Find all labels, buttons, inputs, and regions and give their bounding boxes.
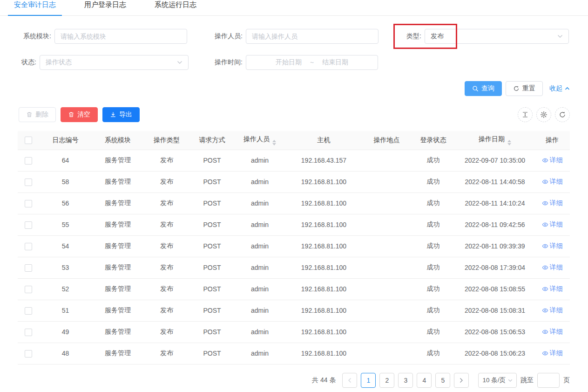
- cell-location: [362, 278, 411, 300]
- type-select[interactable]: 发布: [425, 29, 569, 44]
- jump-to-input[interactable]: [537, 373, 560, 388]
- cell-method: POST: [190, 300, 234, 321]
- page-button-3[interactable]: 3: [398, 373, 413, 388]
- date-range-picker[interactable]: 开始日期 ~ 结束日期: [246, 55, 378, 70]
- delete-button[interactable]: 删除: [19, 107, 56, 122]
- column-header: 操作类型: [143, 131, 190, 150]
- cell-module: 服务管理: [92, 193, 143, 214]
- cell-log-id: 58: [39, 171, 92, 193]
- page-button-1[interactable]: 1: [361, 373, 376, 388]
- filter-system-module: 系统模块:: [19, 29, 187, 44]
- refresh-icon[interactable]: [555, 107, 570, 122]
- page-size-select[interactable]: 10 条/页: [478, 373, 517, 388]
- cell-module: 服务管理: [92, 235, 143, 257]
- row-checkbox[interactable]: [25, 264, 32, 272]
- sort-icon[interactable]: [507, 140, 511, 145]
- trash-icon: [68, 111, 74, 118]
- type-select-value: 发布: [431, 32, 557, 41]
- column-header[interactable]: 操作日期: [455, 131, 534, 150]
- status-select[interactable]: 操作状态: [40, 55, 189, 70]
- row-checkbox[interactable]: [25, 350, 32, 358]
- eye-icon: [542, 221, 548, 228]
- detail-link-label: 详细: [550, 285, 563, 293]
- cell-host: 192.168.81.100: [285, 300, 362, 321]
- detail-link[interactable]: 详细: [542, 349, 563, 358]
- column-header: 请求方式: [190, 131, 234, 150]
- eye-icon: [542, 243, 548, 249]
- line-height-icon[interactable]: [518, 107, 533, 122]
- detail-link[interactable]: 详细: [542, 263, 563, 272]
- row-checkbox[interactable]: [25, 221, 32, 229]
- detail-link[interactable]: 详细: [542, 328, 563, 336]
- row-checkbox[interactable]: [25, 179, 32, 186]
- cell-module: 服务管理: [92, 278, 143, 300]
- chevron-down-icon: [508, 379, 513, 382]
- table-row: 56服务管理发布POSTadmin192.168.81.100成功2022-08…: [18, 193, 570, 214]
- settings-icon[interactable]: [536, 107, 551, 122]
- page-button-4[interactable]: 4: [417, 373, 432, 388]
- next-page-button[interactable]: [454, 373, 469, 388]
- export-button[interactable]: 导出: [102, 107, 140, 122]
- column-header: 主机: [285, 131, 362, 150]
- tab-user-login-log[interactable]: 用户登录日志: [78, 0, 132, 15]
- cell-log-id: 51: [39, 300, 92, 321]
- status-label: 状态:: [19, 58, 36, 67]
- cell-log-id: 55: [39, 214, 92, 235]
- detail-link[interactable]: 详细: [542, 156, 563, 165]
- cell-method: POST: [190, 171, 234, 193]
- page-button-2[interactable]: 2: [379, 373, 394, 388]
- row-checkbox[interactable]: [25, 243, 32, 250]
- filter-operation-time: 操作时间: 开始日期 ~ 结束日期: [214, 55, 378, 70]
- search-button[interactable]: 查询: [465, 81, 502, 96]
- detail-link[interactable]: 详细: [542, 242, 563, 250]
- cell-status: 成功: [411, 193, 455, 214]
- cell-host: 192.168.81.100: [285, 235, 362, 257]
- search-icon: [472, 85, 479, 92]
- tab-system-run-log[interactable]: 系统运行日志: [149, 0, 203, 15]
- system-module-input[interactable]: [54, 29, 187, 44]
- cell-method: POST: [190, 150, 234, 171]
- column-header-label: 请求方式: [199, 136, 225, 144]
- detail-link[interactable]: 详细: [542, 220, 563, 229]
- cell-status: 成功: [411, 214, 455, 235]
- cell-date: 2022-08-11 09:39:39: [455, 235, 534, 257]
- sort-icon[interactable]: [272, 140, 276, 145]
- row-checkbox[interactable]: [25, 157, 32, 165]
- reset-button[interactable]: 重置: [506, 81, 543, 96]
- eye-icon: [542, 350, 548, 357]
- table-row: 55服务管理发布POSTadmin192.168.81.100成功2022-08…: [18, 214, 570, 235]
- table-row: 53服务管理发布POSTadmin192.168.81.100成功2022-08…: [18, 257, 570, 278]
- row-checkbox[interactable]: [25, 307, 32, 315]
- select-all-checkbox[interactable]: [25, 137, 32, 144]
- tab-security-audit-log[interactable]: 安全审计日志: [8, 0, 62, 15]
- collapse-link[interactable]: 收起: [549, 84, 570, 93]
- clear-button[interactable]: 清空: [61, 107, 98, 122]
- reset-icon: [513, 85, 520, 92]
- table-row: 48服务管理发布POSTadmin192.168.81.100成功2022-08…: [18, 343, 570, 364]
- detail-link[interactable]: 详细: [542, 306, 563, 315]
- prev-page-button[interactable]: [342, 373, 357, 388]
- detail-link[interactable]: 详细: [542, 199, 563, 207]
- operator-input[interactable]: [246, 29, 378, 44]
- row-checkbox[interactable]: [25, 200, 32, 207]
- row-checkbox[interactable]: [25, 329, 32, 336]
- cell-operator: admin: [234, 171, 285, 193]
- cell-status: 成功: [411, 257, 455, 278]
- cell-operator: admin: [234, 150, 285, 171]
- page-button-5[interactable]: 5: [435, 373, 450, 388]
- cell-location: [362, 171, 411, 193]
- cell-method: POST: [190, 235, 234, 257]
- cell-host: 192.168.81.100: [285, 171, 362, 193]
- reset-button-label: 重置: [522, 84, 535, 93]
- cell-operator: admin: [234, 300, 285, 321]
- chevron-up-icon: [565, 87, 570, 90]
- row-checkbox[interactable]: [25, 286, 32, 293]
- detail-link-label: 详细: [550, 242, 563, 250]
- detail-link[interactable]: 详细: [542, 285, 563, 293]
- column-header[interactable]: 操作人员: [234, 131, 285, 150]
- operator-label: 操作人员:: [214, 32, 243, 41]
- detail-link[interactable]: 详细: [542, 178, 563, 186]
- cell-operator: admin: [234, 321, 285, 343]
- jump-to-label: 跳至: [520, 376, 534, 385]
- detail-link-label: 详细: [550, 156, 563, 165]
